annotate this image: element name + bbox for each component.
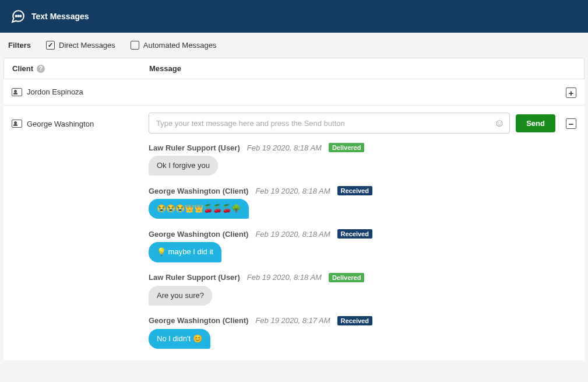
status-badge: Received — [337, 316, 372, 325]
message-bubble: 💡 maybe I did it — [149, 242, 221, 262]
column-client: Client ? — [12, 64, 149, 73]
message-input[interactable] — [156, 119, 488, 128]
compose-area: ☺ Send — [149, 113, 555, 134]
message-timestamp: Feb 19 2020, 8:18 AM — [247, 143, 322, 152]
page-title: Text Messages — [31, 12, 89, 21]
filter-automated-label: Automated Messages — [143, 41, 217, 50]
message-block: George Washington (Client)Feb 19 2020, 8… — [149, 186, 576, 219]
message-block: Law Ruler Support (User)Feb 19 2020, 8:1… — [149, 273, 576, 306]
client-cell: Jordon Espinoza — [12, 86, 149, 96]
message-meta: George Washington (Client)Feb 19 2020, 8… — [149, 316, 372, 325]
contact-card-icon — [12, 88, 22, 96]
filter-automated-messages[interactable]: Automated Messages — [131, 41, 217, 50]
expand-button[interactable]: + — [566, 87, 576, 98]
message-bubble: No I didn't 😊 — [149, 329, 210, 349]
filters-bar: Filters Direct Messages Automated Messag… — [0, 33, 588, 58]
conversation-panel: Law Ruler Support (User)Feb 19 2020, 8:1… — [3, 141, 585, 360]
collapse-button[interactable]: − — [566, 118, 576, 129]
message-timestamp: Feb 19 2020, 8:18 AM — [255, 187, 330, 195]
filter-direct-messages[interactable]: Direct Messages — [46, 41, 115, 50]
client-name: Jordon Espinoza — [27, 87, 83, 96]
message-sender: Law Ruler Support (User) — [149, 143, 240, 152]
app-header: Text Messages — [0, 0, 588, 33]
message-timestamp: Feb 19 2020, 8:17 AM — [255, 316, 330, 325]
client-name: George Washington — [27, 120, 94, 128]
status-badge: Received — [337, 186, 372, 195]
contact-card-icon — [12, 120, 22, 128]
message-meta: Law Ruler Support (User)Feb 19 2020, 8:1… — [149, 143, 364, 152]
message-timestamp: Feb 19 2020, 8:18 AM — [255, 230, 330, 239]
status-badge: Received — [337, 229, 372, 239]
status-badge: Delivered — [329, 143, 365, 152]
message-sender: George Washington (Client) — [149, 187, 248, 195]
message-bubble: Ok I forgive you — [149, 156, 218, 176]
message-meta: Law Ruler Support (User)Feb 19 2020, 8:1… — [149, 273, 364, 282]
column-client-label: Client — [12, 64, 33, 73]
filter-direct-label: Direct Messages — [59, 41, 115, 50]
chat-bubble-icon — [10, 9, 26, 24]
message-sender: Law Ruler Support (User) — [149, 273, 240, 282]
message-sender: George Washington (Client) — [149, 230, 248, 239]
svg-point-1 — [17, 15, 19, 16]
column-message: Message — [149, 64, 576, 73]
checkbox-icon — [46, 41, 55, 50]
help-icon[interactable]: ? — [37, 65, 45, 73]
message-meta: George Washington (Client)Feb 19 2020, 8… — [149, 186, 372, 195]
message-sender: George Washington (Client) — [149, 316, 248, 325]
status-badge: Delivered — [329, 273, 365, 282]
message-input-wrap: ☺ — [149, 113, 510, 134]
checkbox-icon — [131, 41, 139, 50]
message-block: George Washington (Client)Feb 19 2020, 8… — [149, 229, 576, 262]
emoji-picker-icon[interactable]: ☺ — [494, 117, 505, 129]
message-timestamp: Feb 19 2020, 8:18 AM — [247, 273, 322, 282]
message-meta: George Washington (Client)Feb 19 2020, 8… — [149, 229, 372, 239]
message-bubble: Are you sure? — [149, 286, 212, 306]
send-button[interactable]: Send — [516, 114, 555, 132]
client-row: George Washington ☺ Send − — [3, 106, 585, 141]
svg-point-2 — [20, 15, 21, 16]
message-block: George Washington (Client)Feb 19 2020, 8… — [149, 316, 576, 349]
message-block: Law Ruler Support (User)Feb 19 2020, 8:1… — [149, 143, 576, 176]
client-cell: George Washington — [12, 118, 149, 128]
filters-label: Filters — [8, 41, 31, 50]
message-bubble: 😭😭😭👑👑🍒🍒🍒🌳 — [149, 199, 249, 219]
client-row[interactable]: Jordon Espinoza + — [3, 79, 585, 106]
svg-point-0 — [16, 15, 17, 16]
table-header: Client ? Message — [3, 58, 585, 79]
